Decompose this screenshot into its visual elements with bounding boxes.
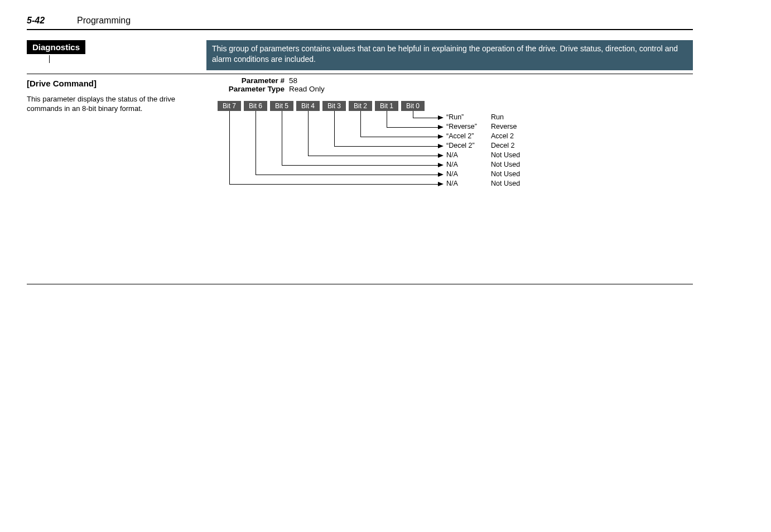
group-tab: Diagnostics (27, 40, 85, 54)
bit-display-label: N/A (446, 161, 458, 168)
bit-box-bit7: Bit 7 (218, 101, 241, 111)
arrow-icon (438, 153, 444, 158)
connector-hline (334, 146, 438, 147)
divider-bottom (27, 284, 693, 284)
bits-lines-area: “Run”Run“Reverse”Reverse“Accel 2”Accel 2… (218, 111, 693, 200)
parameter-title: [Drive Command] (27, 79, 206, 88)
group-banner: This group of parameters contains values… (206, 40, 693, 70)
connector-vline (256, 111, 256, 175)
connector-vline (334, 111, 335, 146)
arrow-icon (438, 134, 444, 139)
parameter-left-column: [Drive Command] This parameter displays … (27, 76, 218, 200)
bit-meaning-label: Not Used (491, 161, 520, 168)
parameter-number-value: 58 (289, 76, 297, 85)
bits-row: Bit 7Bit 6Bit 5Bit 4Bit 3Bit 2Bit 1Bit 0 (218, 101, 693, 111)
bit-box-bit6: Bit 6 (244, 101, 267, 111)
arrow-icon (438, 125, 444, 129)
parameter-right-column: Parameter # 58 Parameter Type Read Only … (218, 76, 693, 200)
group-row: Diagnostics This group of parameters con… (27, 40, 693, 70)
connector-hline (308, 156, 438, 156)
tab-column: Diagnostics (27, 40, 206, 63)
connector-vline (413, 111, 413, 118)
bit-display-label: N/A (446, 151, 458, 159)
bit-meaning-label: Run (491, 113, 504, 121)
bit-display-label: “Accel 2” (446, 132, 474, 140)
arrow-icon (438, 163, 444, 167)
section-title: Programming (77, 16, 131, 26)
page-header: 5-42 Programming (27, 16, 693, 29)
page: 5-42 Programming Diagnostics This group … (0, 0, 771, 284)
bit-meaning-label: Not Used (491, 180, 520, 187)
bit-display-label: “Reverse” (446, 123, 477, 130)
bit-box-bit0: Bit 0 (401, 101, 425, 111)
bit-box-bit5: Bit 5 (270, 101, 293, 111)
tab-tick-mark (49, 55, 50, 63)
bit-box-bit2: Bit 2 (349, 101, 372, 111)
arrow-icon (438, 182, 444, 186)
bit-display-label: N/A (446, 180, 458, 187)
parameter-number-label: Parameter # (218, 76, 289, 85)
bit-meaning-label: Not Used (491, 151, 520, 159)
connector-hline (413, 118, 438, 118)
parameter-area: [Drive Command] This parameter displays … (27, 76, 693, 200)
header-rule (27, 29, 693, 30)
bit-box-bit3: Bit 3 (322, 101, 346, 111)
connector-hline (256, 175, 438, 175)
bit-meaning-label: Not Used (491, 170, 520, 178)
bit-meaning-label: Reverse (491, 123, 517, 130)
arrow-icon (438, 144, 444, 148)
connector-vline (387, 111, 387, 127)
bit-box-bit4: Bit 4 (296, 101, 320, 111)
bit-meaning-label: Decel 2 (491, 142, 514, 149)
connector-vline (308, 111, 309, 156)
connector-hline (387, 127, 438, 128)
page-number: 5-42 (27, 16, 45, 26)
connector-vline (360, 111, 361, 137)
parameter-type-label: Parameter Type (218, 85, 289, 93)
bit-display-label: “Run” (446, 113, 464, 121)
bit-box-bit1: Bit 1 (375, 101, 398, 111)
parameter-number-row: Parameter # 58 (218, 76, 693, 85)
connector-hline (360, 137, 438, 137)
arrow-icon (438, 115, 444, 120)
divider-top (27, 74, 693, 74)
connector-vline (282, 111, 282, 165)
arrow-icon (438, 172, 444, 177)
parameter-type-row: Parameter Type Read Only (218, 85, 693, 93)
parameter-description: This parameter displays the status of th… (27, 95, 206, 114)
connector-hline (229, 184, 438, 185)
bit-display-label: N/A (446, 170, 458, 178)
bit-display-label: “Decel 2” (446, 142, 475, 149)
parameter-type-value: Read Only (289, 85, 325, 93)
connector-hline (282, 165, 438, 166)
connector-vline (229, 111, 230, 184)
bits-diagram: Bit 7Bit 6Bit 5Bit 4Bit 3Bit 2Bit 1Bit 0… (218, 101, 693, 200)
bit-meaning-label: Accel 2 (491, 132, 514, 140)
